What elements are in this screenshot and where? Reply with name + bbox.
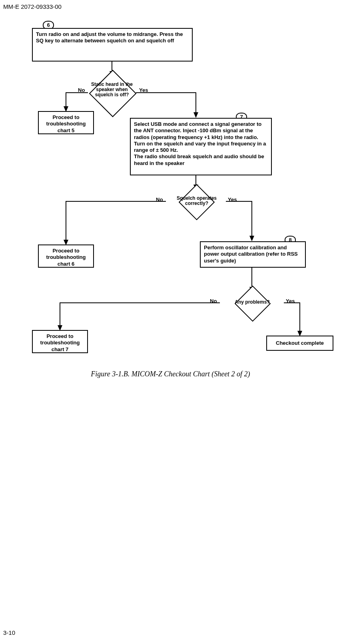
process-box-8: Perform oscillator calibration and power…: [200, 241, 306, 268]
edge-yes-3: Yes: [286, 298, 295, 304]
edge-yes-2: Yes: [228, 197, 237, 203]
process-box-6: Turn radio on and adjust the volume to m…: [32, 28, 193, 62]
process-box-7: Select USB mode and connect a signal gen…: [130, 118, 272, 175]
edge-no-2: No: [156, 197, 163, 203]
flow-lines: [28, 20, 336, 368]
process-box-done: Checkout complete: [266, 336, 333, 351]
process-box-tc6: Proceed to troubleshooting chart 6: [38, 244, 94, 268]
page-number: 3-10: [3, 629, 15, 636]
decision-static-heard-label: Static heard in the speaker when squelch…: [90, 82, 134, 98]
decision-squelch-ok-label: Squelch operates correctly?: [169, 196, 225, 206]
edge-no-1: No: [78, 87, 85, 93]
edge-no-3: No: [210, 298, 217, 304]
edge-yes-1: Yes: [139, 87, 148, 93]
flowchart: 6 7 8 Turn radio on and adjust the volum…: [28, 20, 336, 368]
decision-any-problems-label: Any problems?: [230, 300, 274, 305]
page: MM-E 2072-09333-00 3-10 Figure 3-1.B. MI…: [0, 0, 341, 644]
process-box-tc7: Proceed to troubleshooting chart 7: [32, 330, 88, 353]
figure-caption: Figure 3-1.B. MICOM-Z Checkout Chart (Sh…: [0, 370, 341, 378]
process-box-tc5: Proceed to troubleshooting chart 5: [38, 111, 94, 134]
doc-id: MM-E 2072-09333-00: [3, 3, 62, 10]
